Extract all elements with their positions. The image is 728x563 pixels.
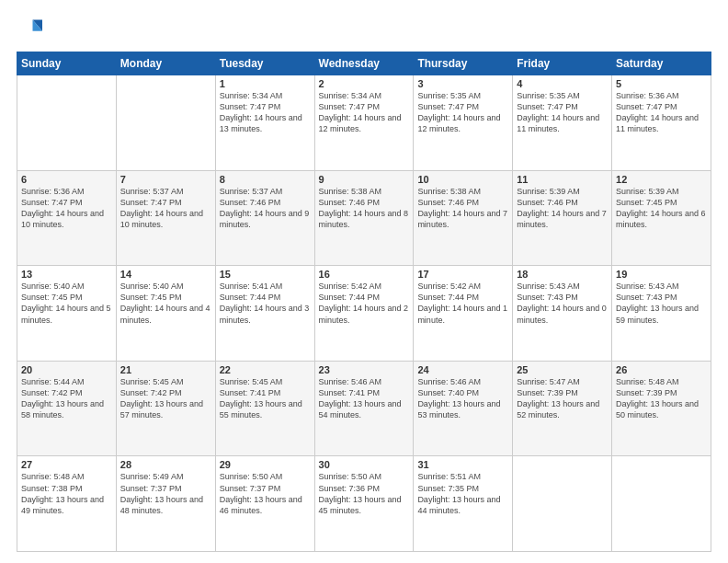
calendar-week-row: 13Sunrise: 5:40 AM Sunset: 7:45 PM Dayli…	[17, 266, 711, 362]
cell-daylight-info: Sunrise: 5:35 AM Sunset: 7:47 PM Dayligh…	[417, 90, 508, 135]
cell-daylight-info: Sunrise: 5:50 AM Sunset: 7:37 PM Dayligh…	[220, 471, 311, 516]
cell-daylight-info: Sunrise: 5:38 AM Sunset: 7:46 PM Dayligh…	[417, 186, 508, 231]
day-number: 9	[319, 174, 410, 185]
cell-daylight-info: Sunrise: 5:37 AM Sunset: 7:46 PM Dayligh…	[220, 186, 311, 231]
calendar-cell: 13Sunrise: 5:40 AM Sunset: 7:45 PM Dayli…	[17, 266, 117, 362]
weekday-header: Saturday	[612, 52, 711, 75]
day-number: 17	[417, 269, 508, 280]
calendar-cell: 5Sunrise: 5:36 AM Sunset: 7:47 PM Daylig…	[612, 75, 711, 171]
calendar-cell: 8Sunrise: 5:37 AM Sunset: 7:46 PM Daylig…	[215, 170, 314, 266]
day-number: 29	[220, 459, 311, 470]
day-number: 21	[120, 364, 211, 375]
cell-daylight-info: Sunrise: 5:43 AM Sunset: 7:43 PM Dayligh…	[517, 281, 608, 326]
header	[17, 17, 711, 42]
cell-daylight-info: Sunrise: 5:40 AM Sunset: 7:45 PM Dayligh…	[21, 281, 112, 326]
day-number: 13	[21, 269, 112, 280]
day-number: 31	[417, 459, 508, 470]
day-number: 28	[120, 459, 211, 470]
calendar-cell: 16Sunrise: 5:42 AM Sunset: 7:44 PM Dayli…	[314, 266, 414, 362]
calendar-cell: 9Sunrise: 5:38 AM Sunset: 7:46 PM Daylig…	[314, 170, 414, 266]
cell-daylight-info: Sunrise: 5:36 AM Sunset: 7:47 PM Dayligh…	[21, 186, 112, 231]
calendar-cell: 18Sunrise: 5:43 AM Sunset: 7:43 PM Dayli…	[513, 266, 612, 362]
day-number: 16	[319, 269, 410, 280]
page: SundayMondayTuesdayWednesdayThursdayFrid…	[0, 0, 728, 563]
calendar-cell: 1Sunrise: 5:34 AM Sunset: 7:47 PM Daylig…	[215, 75, 314, 171]
calendar-cell: 4Sunrise: 5:35 AM Sunset: 7:47 PM Daylig…	[513, 75, 612, 171]
calendar-cell: 14Sunrise: 5:40 AM Sunset: 7:45 PM Dayli…	[116, 266, 215, 362]
day-number: 3	[417, 78, 508, 89]
cell-daylight-info: Sunrise: 5:48 AM Sunset: 7:39 PM Dayligh…	[616, 376, 707, 421]
cell-daylight-info: Sunrise: 5:39 AM Sunset: 7:46 PM Dayligh…	[517, 186, 608, 231]
cell-daylight-info: Sunrise: 5:36 AM Sunset: 7:47 PM Dayligh…	[616, 90, 707, 135]
calendar-cell: 15Sunrise: 5:41 AM Sunset: 7:44 PM Dayli…	[215, 266, 314, 362]
day-number: 25	[517, 364, 608, 375]
day-number: 2	[319, 78, 410, 89]
calendar-cell: 25Sunrise: 5:47 AM Sunset: 7:39 PM Dayli…	[513, 361, 612, 456]
calendar-week-row: 6Sunrise: 5:36 AM Sunset: 7:47 PM Daylig…	[17, 170, 711, 266]
calendar-cell: 2Sunrise: 5:34 AM Sunset: 7:47 PM Daylig…	[314, 75, 414, 171]
day-number: 8	[220, 174, 311, 185]
day-number: 22	[220, 364, 311, 375]
calendar-cell: 31Sunrise: 5:51 AM Sunset: 7:35 PM Dayli…	[414, 456, 513, 552]
cell-daylight-info: Sunrise: 5:37 AM Sunset: 7:47 PM Dayligh…	[120, 186, 211, 231]
cell-daylight-info: Sunrise: 5:35 AM Sunset: 7:47 PM Dayligh…	[517, 90, 608, 135]
calendar-cell: 20Sunrise: 5:44 AM Sunset: 7:42 PM Dayli…	[17, 361, 117, 456]
day-number: 10	[417, 174, 508, 185]
day-number: 14	[120, 269, 211, 280]
calendar-cell: 12Sunrise: 5:39 AM Sunset: 7:45 PM Dayli…	[612, 170, 711, 266]
calendar-week-row: 27Sunrise: 5:48 AM Sunset: 7:38 PM Dayli…	[17, 456, 711, 552]
calendar-cell	[116, 75, 215, 171]
day-number: 11	[517, 174, 608, 185]
cell-daylight-info: Sunrise: 5:51 AM Sunset: 7:35 PM Dayligh…	[417, 471, 508, 516]
weekday-header: Monday	[116, 52, 215, 75]
calendar-cell: 29Sunrise: 5:50 AM Sunset: 7:37 PM Dayli…	[215, 456, 314, 552]
cell-daylight-info: Sunrise: 5:46 AM Sunset: 7:40 PM Dayligh…	[417, 376, 508, 421]
cell-daylight-info: Sunrise: 5:49 AM Sunset: 7:37 PM Dayligh…	[120, 471, 211, 516]
cell-daylight-info: Sunrise: 5:42 AM Sunset: 7:44 PM Dayligh…	[319, 281, 410, 326]
cell-daylight-info: Sunrise: 5:47 AM Sunset: 7:39 PM Dayligh…	[517, 376, 608, 421]
calendar-cell: 30Sunrise: 5:50 AM Sunset: 7:36 PM Dayli…	[314, 456, 414, 552]
day-number: 4	[517, 78, 608, 89]
day-number: 7	[120, 174, 211, 185]
day-number: 18	[517, 269, 608, 280]
cell-daylight-info: Sunrise: 5:45 AM Sunset: 7:42 PM Dayligh…	[120, 376, 211, 421]
cell-daylight-info: Sunrise: 5:48 AM Sunset: 7:38 PM Dayligh…	[21, 471, 112, 516]
calendar-header-row: SundayMondayTuesdayWednesdayThursdayFrid…	[17, 52, 711, 75]
day-number: 27	[21, 459, 112, 470]
weekday-header: Wednesday	[314, 52, 414, 75]
calendar-cell: 22Sunrise: 5:45 AM Sunset: 7:41 PM Dayli…	[215, 361, 314, 456]
calendar-cell	[612, 456, 711, 552]
logo	[17, 17, 46, 42]
calendar-cell: 17Sunrise: 5:42 AM Sunset: 7:44 PM Dayli…	[414, 266, 513, 362]
calendar-cell: 28Sunrise: 5:49 AM Sunset: 7:37 PM Dayli…	[116, 456, 215, 552]
calendar-week-row: 1Sunrise: 5:34 AM Sunset: 7:47 PM Daylig…	[17, 75, 711, 171]
cell-daylight-info: Sunrise: 5:45 AM Sunset: 7:41 PM Dayligh…	[220, 376, 311, 421]
cell-daylight-info: Sunrise: 5:34 AM Sunset: 7:47 PM Dayligh…	[319, 90, 410, 135]
calendar-cell: 23Sunrise: 5:46 AM Sunset: 7:41 PM Dayli…	[314, 361, 414, 456]
day-number: 6	[21, 174, 112, 185]
calendar-cell	[513, 456, 612, 552]
cell-daylight-info: Sunrise: 5:42 AM Sunset: 7:44 PM Dayligh…	[417, 281, 508, 326]
cell-daylight-info: Sunrise: 5:39 AM Sunset: 7:45 PM Dayligh…	[616, 186, 707, 231]
weekday-header: Friday	[513, 52, 612, 75]
day-number: 19	[616, 269, 707, 280]
cell-daylight-info: Sunrise: 5:34 AM Sunset: 7:47 PM Dayligh…	[220, 90, 311, 135]
calendar-week-row: 20Sunrise: 5:44 AM Sunset: 7:42 PM Dayli…	[17, 361, 711, 456]
cell-daylight-info: Sunrise: 5:38 AM Sunset: 7:46 PM Dayligh…	[319, 186, 410, 231]
calendar-cell: 27Sunrise: 5:48 AM Sunset: 7:38 PM Dayli…	[17, 456, 117, 552]
calendar-cell: 7Sunrise: 5:37 AM Sunset: 7:47 PM Daylig…	[116, 170, 215, 266]
calendar-cell: 26Sunrise: 5:48 AM Sunset: 7:39 PM Dayli…	[612, 361, 711, 456]
calendar-cell: 11Sunrise: 5:39 AM Sunset: 7:46 PM Dayli…	[513, 170, 612, 266]
calendar-cell: 10Sunrise: 5:38 AM Sunset: 7:46 PM Dayli…	[414, 170, 513, 266]
weekday-header: Thursday	[414, 52, 513, 75]
cell-daylight-info: Sunrise: 5:50 AM Sunset: 7:36 PM Dayligh…	[319, 471, 410, 516]
day-number: 30	[319, 459, 410, 470]
day-number: 26	[616, 364, 707, 375]
calendar-table: SundayMondayTuesdayWednesdayThursdayFrid…	[17, 52, 711, 552]
calendar-cell: 6Sunrise: 5:36 AM Sunset: 7:47 PM Daylig…	[17, 170, 117, 266]
day-number: 23	[319, 364, 410, 375]
weekday-header: Sunday	[17, 52, 117, 75]
cell-daylight-info: Sunrise: 5:40 AM Sunset: 7:45 PM Dayligh…	[120, 281, 211, 326]
calendar-cell: 21Sunrise: 5:45 AM Sunset: 7:42 PM Dayli…	[116, 361, 215, 456]
calendar-cell: 24Sunrise: 5:46 AM Sunset: 7:40 PM Dayli…	[414, 361, 513, 456]
